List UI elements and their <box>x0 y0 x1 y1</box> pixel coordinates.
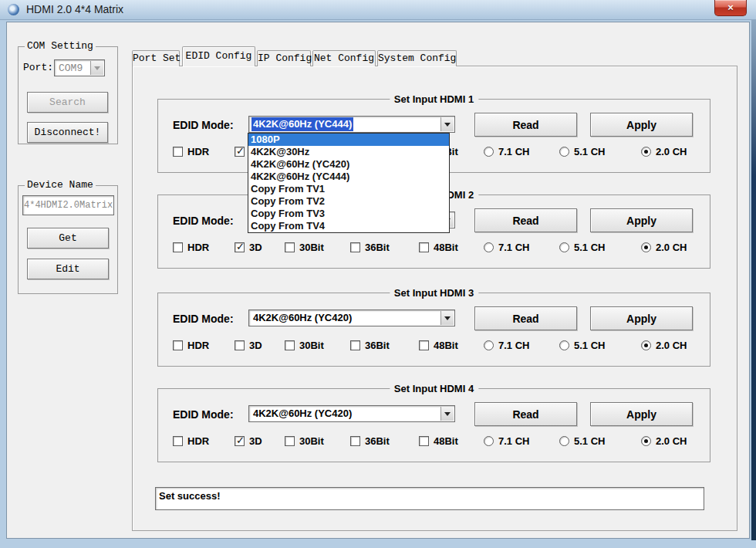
apply-button-4[interactable]: Apply <box>590 402 693 426</box>
3d-checkbox-2[interactable]: 3D <box>235 242 262 253</box>
dropdown-option-4k2k-30hz[interactable]: 4K2K@30Hz <box>248 146 449 158</box>
48bit-checkbox-3[interactable]: 48Bit <box>419 340 458 351</box>
tab-system-config[interactable]: System Config <box>377 50 457 66</box>
status-message-box[interactable]: Set success! <box>155 487 704 510</box>
checkbox-label: 48Bit <box>434 340 458 351</box>
dropdown-option-copy-from-tv3[interactable]: Copy From TV3 <box>248 208 449 220</box>
titlebar[interactable]: HDMI 2.0 4*4 Matrix × <box>0 0 756 20</box>
checkbox-label: 36Bit <box>365 340 390 351</box>
48bit-checkbox-4[interactable]: 48Bit <box>419 435 458 447</box>
tab-label: Port Set <box>133 52 181 64</box>
dropdown-option-4k2k-60hz-yc444[interactable]: 4K2K@60Hz (YC444) <box>248 171 449 183</box>
dropdown-option-1080p[interactable]: 1080P <box>248 134 449 146</box>
checkbox-label: 3D <box>249 242 262 253</box>
radio-label: 5.1 CH <box>574 146 605 157</box>
apply-button-label: Apply <box>626 119 656 131</box>
tab-ip-config[interactable]: IP Config <box>257 50 311 66</box>
radio-2-0-ch-4[interactable]: 2.0 CH <box>641 435 687 447</box>
checkbox-label: HDR <box>187 435 209 447</box>
radio-5-1-ch-1[interactable]: 5.1 CH <box>559 146 605 157</box>
read-button-1[interactable]: Read <box>474 113 577 137</box>
search-button[interactable]: Search <box>27 92 108 113</box>
hdr-checkbox-2[interactable]: HDR <box>173 242 209 253</box>
radio-2-0-ch-1[interactable]: 2.0 CH <box>641 146 687 157</box>
radio-7-1-ch-2[interactable]: 7.1 CH <box>484 242 529 253</box>
close-button[interactable]: × <box>714 0 747 16</box>
gear-icon <box>8 4 19 15</box>
edit-button[interactable]: Edit <box>27 259 109 279</box>
radio-7-1-ch-4[interactable]: 7.1 CH <box>484 435 529 447</box>
checkbox-box <box>419 340 429 350</box>
checkbox-label: 48Bit <box>434 242 458 253</box>
chevron-down-icon[interactable] <box>90 61 103 75</box>
checkbox-box <box>285 436 295 446</box>
hdr-checkbox-4[interactable]: HDR <box>173 435 209 447</box>
3d-checkbox-3[interactable]: 3D <box>235 340 262 351</box>
checkbox-box <box>235 147 245 157</box>
read-button-2[interactable]: Read <box>474 208 577 232</box>
get-button[interactable]: Get <box>27 228 109 249</box>
dropdown-option-copy-from-tv1[interactable]: Copy From TV1 <box>248 183 449 195</box>
radio-7-1-ch-3[interactable]: 7.1 CH <box>484 340 529 351</box>
chevron-down-icon[interactable] <box>440 311 454 325</box>
disconnect-button[interactable]: Disconnect! <box>27 122 108 143</box>
group-title: Set Input HDMI 3 <box>390 287 478 299</box>
checkbox-box <box>350 242 360 252</box>
checkbox-label: 30Bit <box>299 340 324 351</box>
radio-label: 5.1 CH <box>574 242 605 253</box>
edid-mode-value: 4K2K@60Hz (YC444) <box>251 117 353 131</box>
tab-edid-config[interactable]: EDID Config <box>182 46 255 66</box>
radio-7-1-ch-1[interactable]: 7.1 CH <box>484 146 529 157</box>
checkbox-label: HDR <box>187 242 209 253</box>
radio-label: 2.0 CH <box>656 435 687 447</box>
chevron-down-icon[interactable] <box>440 117 454 131</box>
window-title: HDMI 2.0 4*4 Matrix <box>26 3 123 15</box>
36bit-checkbox-4[interactable]: 36Bit <box>350 435 390 447</box>
port-label: Port: <box>23 62 53 73</box>
tab-net-config[interactable]: Net Config <box>312 50 376 66</box>
radio-2-0-ch-2[interactable]: 2.0 CH <box>641 242 687 253</box>
checkbox-label: 3D <box>249 340 262 351</box>
read-button-4[interactable]: Read <box>474 402 577 426</box>
radio-5-1-ch-4[interactable]: 5.1 CH <box>559 435 605 447</box>
checkbox-label: 48Bit <box>434 435 458 447</box>
search-button-label: Search <box>49 96 86 108</box>
30bit-checkbox-2[interactable]: 30Bit <box>285 242 324 253</box>
36bit-checkbox-2[interactable]: 36Bit <box>350 242 390 253</box>
read-button-3[interactable]: Read <box>474 306 577 330</box>
dropdown-option-4k2k-60hz-yc420[interactable]: 4K2K@60Hz (YC420) <box>248 158 449 171</box>
checkbox-box <box>173 340 183 350</box>
hdr-checkbox-3[interactable]: HDR <box>173 340 209 351</box>
30bit-checkbox-3[interactable]: 30Bit <box>285 340 324 351</box>
chevron-down-icon[interactable] <box>440 407 454 421</box>
hdr-checkbox-1[interactable]: HDR <box>173 146 209 157</box>
radio-5-1-ch-3[interactable]: 5.1 CH <box>559 340 605 351</box>
30bit-checkbox-4[interactable]: 30Bit <box>285 435 324 447</box>
radio-circle <box>484 242 494 252</box>
edid-mode-select-4[interactable]: 4K2K@60Hz (YC420) <box>248 405 455 422</box>
dropdown-option-copy-from-tv4[interactable]: Copy From TV4 <box>248 220 449 232</box>
36bit-checkbox-3[interactable]: 36Bit <box>350 340 390 351</box>
apply-button-3[interactable]: Apply <box>590 306 693 330</box>
radio-circle <box>641 147 651 157</box>
apply-button-1[interactable]: Apply <box>590 113 693 137</box>
radio-label: 7.1 CH <box>498 242 529 253</box>
device-name-input[interactable]: 4*4HDMI2.0Matrix <box>22 195 114 215</box>
48bit-checkbox-2[interactable]: 48Bit <box>419 242 458 253</box>
app-window: HDMI 2.0 4*4 Matrix × COM Setting Port: … <box>0 0 756 548</box>
apply-button-label: Apply <box>626 408 656 421</box>
checkbox-box <box>173 436 183 446</box>
3d-checkbox-4[interactable]: 3D <box>235 435 262 447</box>
radio-5-1-ch-2[interactable]: 5.1 CH <box>559 242 605 253</box>
edid-mode-select-1[interactable]: 4K2K@60Hz (YC444) <box>248 116 455 133</box>
port-select[interactable]: COM9 <box>54 59 105 76</box>
dropdown-option-copy-from-tv2[interactable]: Copy From TV2 <box>248 195 449 208</box>
radio-circle <box>484 147 494 157</box>
edid-mode-select-3[interactable]: 4K2K@60Hz (YC420) <box>248 310 455 326</box>
radio-circle <box>641 436 651 446</box>
apply-button-2[interactable]: Apply <box>590 208 693 232</box>
tab-port-set[interactable]: Port Set <box>132 50 180 66</box>
checkbox-label: 3D <box>249 435 262 447</box>
window-border <box>751 20 756 540</box>
radio-2-0-ch-3[interactable]: 2.0 CH <box>641 340 687 351</box>
